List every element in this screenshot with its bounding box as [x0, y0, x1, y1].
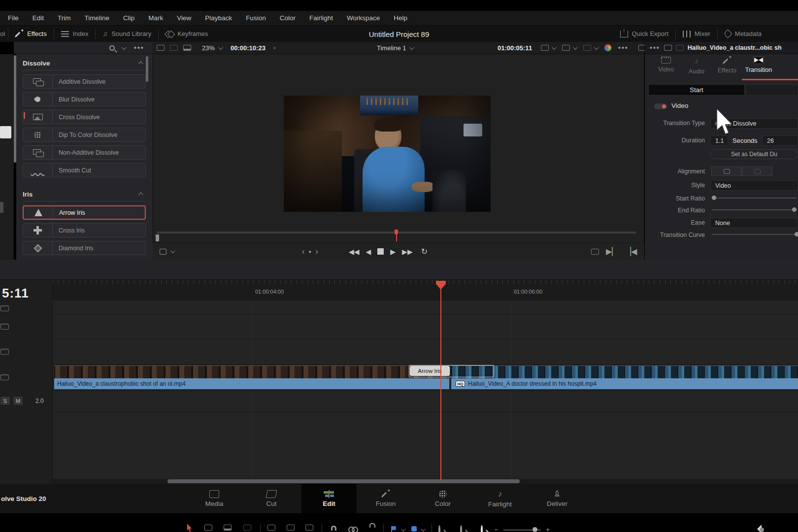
next-keyframe-icon[interactable]: ›: [315, 247, 318, 256]
transition-curve-slider[interactable]: [712, 234, 797, 235]
zoom-custom-icon[interactable]: [481, 525, 483, 532]
snapping-magnet-icon[interactable]: [331, 526, 336, 531]
chevron-down-icon[interactable]: [170, 248, 175, 253]
page-cut[interactable]: Cut: [247, 484, 296, 513]
timeline-selector[interactable]: Timeline 1: [377, 44, 406, 52]
effect-item-non-additive-dissolve[interactable]: Non-Additive Dissolve: [23, 145, 146, 160]
quick-export-button[interactable]: Quick Export: [613, 26, 675, 42]
search-icon[interactable]: [109, 45, 115, 51]
page-deliver[interactable]: Deliver: [532, 484, 582, 513]
goto-end-button[interactable]: ▶▶: [402, 248, 413, 256]
scrub-left-handle[interactable]: [156, 234, 159, 241]
chevron-down-icon[interactable]: [409, 45, 414, 50]
menu-item-workspace[interactable]: Workspace: [340, 14, 387, 22]
insert-clip-icon[interactable]: [267, 525, 275, 531]
razor-edit-icon[interactable]: [224, 525, 232, 531]
audio-mute-button[interactable]: M: [13, 397, 23, 405]
effect-item-blur-dissolve[interactable]: Blur Dissolve: [23, 92, 146, 106]
loop-playback-icon[interactable]: ↻: [421, 247, 428, 256]
category-item[interactable]: [0, 202, 3, 213]
replace-clip-icon[interactable]: [305, 525, 313, 531]
resize-viewer-icon[interactable]: [591, 249, 599, 255]
crop-tool-icon[interactable]: [160, 249, 166, 255]
ease-select[interactable]: None: [710, 218, 798, 228]
menu-item-playback[interactable]: Playback: [198, 14, 239, 22]
menu-item-trim[interactable]: Trim: [51, 14, 78, 22]
transform-mode-icon[interactable]: [170, 45, 178, 51]
metadata-button[interactable]: Metadata: [718, 26, 768, 42]
video-track-icon[interactable]: [0, 305, 9, 311]
selection-tool-icon[interactable]: [186, 524, 193, 532]
chevron-down-icon[interactable]: [573, 45, 578, 50]
play-button[interactable]: ▶: [390, 248, 396, 256]
stop-button[interactable]: [377, 248, 384, 255]
sound-library-button[interactable]: ♫ Sound Library: [96, 26, 158, 42]
end-ratio-knob[interactable]: [792, 207, 797, 212]
zoom-out-icon[interactable]: −: [494, 526, 498, 532]
video-track-icon[interactable]: [0, 374, 9, 380]
tab-transition[interactable]: Transition: [743, 57, 774, 78]
clip1-thumbnails[interactable]: [54, 366, 449, 378]
section-header-dissolve[interactable]: Dissolve: [23, 57, 146, 69]
category-selected-item[interactable]: [0, 126, 11, 138]
flag-chevron-icon[interactable]: [401, 527, 406, 532]
more-options-icon[interactable]: •••: [134, 44, 144, 52]
marker-icon[interactable]: [411, 526, 417, 532]
effect-item-arrow-iris[interactable]: Arrow Iris: [23, 205, 146, 220]
tab-audio[interactable]: ♪ Audio: [681, 57, 712, 78]
tab-effects[interactable]: Effects: [712, 57, 742, 78]
gallery-icon[interactable]: [157, 45, 165, 51]
keyframe-dot-icon[interactable]: ●: [308, 249, 311, 254]
mixer-button[interactable]: Mixer: [676, 26, 717, 42]
index-button[interactable]: Index: [54, 26, 96, 42]
set-default-duration-button[interactable]: Set as Default Du: [710, 149, 798, 159]
style-select[interactable]: Video: [710, 180, 798, 191]
viewer-zoom-select[interactable]: 23%: [202, 44, 215, 52]
multicam-view-icon[interactable]: [183, 45, 191, 51]
effect-item-dip-to-color-dissolve[interactable]: Dip To Color Dissolve: [23, 128, 146, 142]
page-media[interactable]: Media: [190, 484, 239, 513]
start-ratio-knob[interactable]: [712, 196, 716, 200]
effects-scrollbar[interactable]: [146, 56, 148, 82]
menu-item-fairlight[interactable]: Fairlight: [302, 14, 340, 22]
page-edit[interactable]: Edit: [304, 484, 354, 513]
alignment-start-button[interactable]: [711, 166, 742, 176]
menu-item-timeline[interactable]: Timeline: [78, 14, 117, 22]
zoom-slider-knob[interactable]: [532, 527, 537, 532]
page-fairlight[interactable]: ♪ Fairlight: [475, 484, 525, 513]
zoom-in-icon[interactable]: +: [546, 526, 550, 532]
effect-item-smooth-cut[interactable]: Smooth Cut: [23, 163, 146, 177]
page-fusion[interactable]: Fusion: [361, 484, 410, 513]
split-panel-icon[interactable]: [676, 45, 684, 51]
menu-item-mark[interactable]: Mark: [141, 14, 170, 22]
goto-start-button[interactable]: ◀◀: [349, 248, 360, 256]
color-fx-icon[interactable]: [604, 44, 611, 51]
effect-item-cross-dissolve[interactable]: Cross Dissolve: [23, 110, 146, 124]
transition-label[interactable]: Arrow Iris: [410, 366, 450, 376]
dynamic-trim-icon[interactable]: [243, 525, 251, 531]
marker-chevron-icon[interactable]: [421, 527, 426, 532]
overwrite-clip-icon[interactable]: [287, 525, 295, 531]
duration-frames-input[interactable]: 26: [762, 135, 798, 146]
start-ratio-slider[interactable]: [712, 198, 797, 199]
menu-item-fusion[interactable]: Fusion: [239, 14, 273, 22]
chevron-down-icon[interactable]: [594, 45, 599, 50]
effect-item-diamond-iris[interactable]: Diamond Iris: [23, 241, 146, 255]
clip2-label-bar[interactable]: HQ Hailuo_Video_A doctor dressed in his …: [451, 378, 798, 389]
proxy-hq-icon[interactable]: [562, 45, 570, 51]
zoom-fit-icon[interactable]: [438, 525, 440, 532]
clip1-label-bar[interactable]: Hailuo_Video_a claustrophobic shot of an…: [54, 378, 449, 389]
step-back-button[interactable]: ◀: [366, 248, 371, 256]
video-track-icon[interactable]: [0, 349, 9, 355]
timeline-hscroll-thumb[interactable]: [167, 479, 520, 483]
media-pool-label-cut[interactable]: ol: [0, 30, 8, 37]
chevron-down-icon[interactable]: [218, 45, 223, 50]
next-edit-icon[interactable]: ▶▏: [606, 247, 618, 256]
audio-level-knob[interactable]: [760, 528, 764, 532]
collapse-chevron-icon[interactable]: [138, 61, 143, 66]
effect-item-cross-iris[interactable]: Cross Iris: [23, 223, 146, 237]
transition-curve-knob[interactable]: [795, 232, 798, 236]
playhead-line[interactable]: [440, 281, 441, 480]
inspector-more-icon[interactable]: •••: [650, 44, 660, 52]
chevron-down-icon[interactable]: [122, 45, 127, 50]
